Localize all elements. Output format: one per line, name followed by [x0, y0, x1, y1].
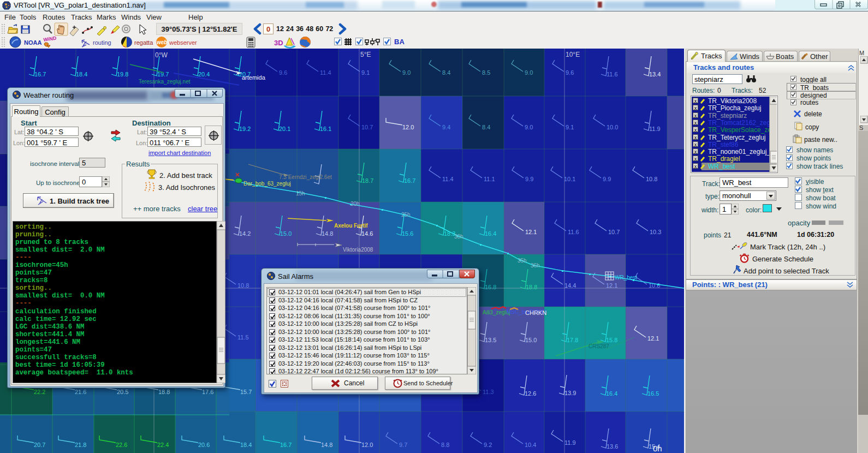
svg-text:9.4: 9.4 [442, 124, 450, 130]
svg-text:22.4: 22.4 [157, 442, 169, 448]
svg-text:5°E: 5°E [360, 51, 371, 58]
svg-text:10°E: 10°E [566, 51, 580, 58]
svg-text:artemida: artemida [242, 74, 266, 81]
svg-text:17.6: 17.6 [202, 389, 213, 395]
svg-text:14.6: 14.6 [361, 230, 373, 237]
svg-text:9.9: 9.9 [603, 176, 611, 182]
svg-text:routing: routing [93, 39, 111, 46]
svg-text:16.1: 16.1 [320, 126, 331, 132]
svg-text:22.2: 22.2 [34, 389, 45, 395]
svg-text:13.9: 13.9 [564, 390, 576, 396]
svg-text:13.6: 13.6 [607, 443, 618, 450]
svg-text:16.4: 16.4 [606, 390, 617, 397]
svg-text:25h: 25h [401, 212, 411, 218]
svg-text:9.2: 9.2 [484, 442, 492, 448]
svg-text:20.6: 20.6 [198, 442, 210, 448]
svg-text:19.8: 19.8 [117, 71, 128, 78]
svg-text:18.7: 18.7 [362, 177, 373, 184]
svg-text:19.7: 19.7 [157, 71, 169, 78]
svg-text:Viktoria2008: Viktoria2008 [343, 247, 373, 253]
svg-text:7.3 Eerndzi_zegl2.6et: 7.3 Eerndzi_zegl2.6et [279, 174, 332, 180]
svg-text:18.8: 18.8 [526, 284, 537, 290]
svg-text:Aili3_zegluj: Aili3_zegluj [483, 309, 510, 315]
svg-text:20h: 20h [350, 201, 360, 207]
svg-text:12.1: 12.1 [606, 282, 617, 289]
svg-text:11.4: 11.4 [442, 176, 454, 182]
svg-text:12.1: 12.1 [647, 335, 659, 342]
svg-text:14.4: 14.4 [564, 282, 576, 289]
svg-text:web: web [157, 39, 167, 45]
svg-text:Teresanka_zegluj.net: Teresanka_zegluj.net [139, 79, 191, 85]
svg-text:12.1: 12.1 [525, 229, 537, 235]
svg-text:16.5: 16.5 [647, 390, 659, 397]
svg-text:11.9: 11.9 [649, 126, 661, 132]
svg-text:8.4: 8.4 [482, 124, 490, 130]
svg-text:20.1: 20.1 [279, 126, 290, 132]
svg-text:19.2: 19.2 [239, 126, 251, 132]
svg-text:9.9: 9.9 [525, 176, 533, 182]
svg-text:21.6: 21.6 [75, 389, 86, 395]
svg-text:11.4: 11.4 [320, 69, 331, 76]
svg-text:CRS287: CRS287 [588, 343, 609, 349]
svg-text:regatta: regatta [134, 39, 153, 46]
svg-text:15.8: 15.8 [606, 337, 617, 343]
svg-text:18.8: 18.8 [158, 389, 170, 395]
svg-text:15.6: 15.6 [402, 230, 413, 237]
svg-text:12.0: 12.0 [361, 442, 373, 448]
svg-text:18.4: 18.4 [76, 71, 87, 78]
svg-text:0h: 0h [653, 444, 662, 453]
svg-text:36h: 36h [531, 263, 540, 269]
svg-text:10.8: 10.8 [237, 282, 249, 289]
svg-text:8.5: 8.5 [482, 69, 490, 76]
svg-text:WR_best: WR_best [615, 275, 637, 281]
svg-text:15h: 15h [296, 190, 305, 196]
svg-text:13.4: 13.4 [649, 71, 661, 78]
svg-text:NOAA: NOAA [24, 39, 41, 46]
svg-text:11.6: 11.6 [607, 71, 618, 78]
svg-text:11.9: 11.9 [564, 439, 576, 446]
svg-text:20.4: 20.4 [198, 71, 210, 78]
svg-text:14.8: 14.8 [321, 442, 332, 448]
svg-text:20.5: 20.5 [117, 389, 128, 395]
svg-text:11.1: 11.1 [484, 176, 495, 182]
svg-text:10.8: 10.8 [646, 176, 657, 182]
svg-text:9.0: 9.0 [525, 69, 533, 76]
svg-text:21.8: 21.8 [75, 442, 86, 448]
svg-text:9.0: 9.0 [525, 124, 533, 130]
svg-text:10.1: 10.1 [564, 176, 575, 182]
svg-text:10.3: 10.3 [650, 229, 661, 235]
svg-text:10.4: 10.4 [525, 442, 536, 448]
svg-text:14.8: 14.8 [322, 230, 333, 237]
svg-text:22.6: 22.6 [116, 442, 127, 448]
svg-text:8.8: 8.8 [441, 442, 449, 448]
svg-text:30h: 30h [454, 234, 463, 240]
svg-text:Dar_bob_63_zegluj: Dar_bob_63_zegluj [243, 181, 291, 187]
svg-text:16.7: 16.7 [34, 71, 46, 78]
svg-text:35h: 35h [518, 258, 527, 264]
svg-text:16.8: 16.8 [485, 284, 496, 290]
svg-text:15.7: 15.7 [240, 389, 252, 395]
svg-text:0°W: 0°W [155, 51, 168, 59]
svg-text:11.6: 11.6 [568, 229, 579, 235]
svg-text:10.0: 10.0 [607, 124, 618, 130]
svg-text:10.7: 10.7 [361, 124, 373, 130]
svg-text:16.7: 16.7 [280, 442, 292, 448]
svg-text:20.7: 20.7 [34, 442, 45, 448]
svg-text:Axelou Furtif: Axelou Furtif [334, 223, 368, 229]
svg-text:17.8: 17.8 [567, 337, 578, 343]
svg-text:15.0: 15.0 [525, 337, 537, 343]
svg-text:15.0: 15.0 [280, 230, 292, 237]
svg-text:14.2: 14.2 [239, 230, 251, 237]
svg-text:11.5: 11.5 [237, 334, 249, 341]
svg-text:9.6: 9.6 [566, 69, 574, 76]
svg-text:3D: 3D [274, 39, 283, 47]
svg-text:9.1: 9.1 [361, 69, 370, 76]
svg-text:9.7: 9.7 [399, 442, 407, 448]
svg-text:9.6: 9.6 [279, 69, 287, 76]
svg-text:11.3: 11.3 [483, 389, 494, 395]
svg-text:13.5: 13.5 [485, 337, 496, 343]
svg-text:WiND: WiND [43, 36, 57, 43]
svg-text:16.7: 16.7 [404, 177, 415, 184]
svg-text:18.4: 18.4 [240, 442, 252, 448]
svg-text:9.1: 9.1 [566, 124, 574, 130]
